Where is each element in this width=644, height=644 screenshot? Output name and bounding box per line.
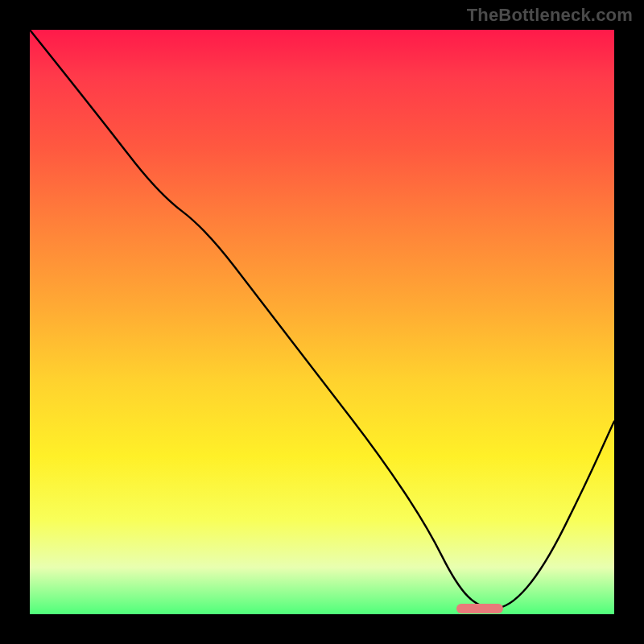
plot-area <box>30 30 614 614</box>
chart-container: TheBottleneck.com <box>0 0 644 644</box>
watermark-label: TheBottleneck.com <box>467 5 633 26</box>
bottleneck-curve <box>30 30 614 614</box>
optimal-range-marker <box>456 604 503 613</box>
